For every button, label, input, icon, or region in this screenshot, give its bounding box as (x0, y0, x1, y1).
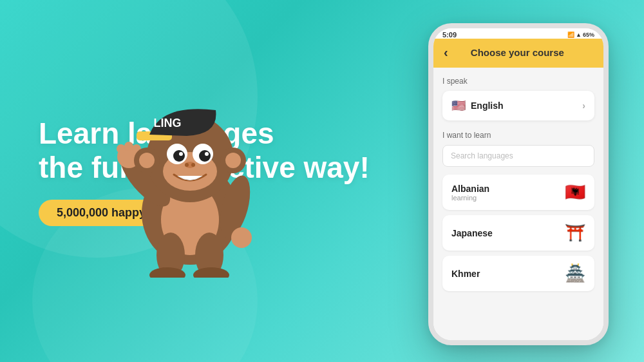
svg-point-20 (199, 150, 211, 162)
list-item[interactable]: Khmer 🏯 (442, 256, 594, 291)
svg-point-19 (173, 150, 185, 162)
app-screen-title: Choose your course (455, 47, 580, 58)
lang-left: 🇺🇸 English (451, 99, 504, 113)
app-content: I speak 🇺🇸 English › I want to learn Sea… (433, 68, 603, 340)
selected-flag: 🇺🇸 (451, 99, 466, 113)
right-section: 5:09 📶 ▲ 65% ‹ Choose your course I spea… (412, 17, 644, 345)
svg-point-27 (139, 153, 155, 168)
svg-text:LING: LING (154, 117, 182, 129)
wifi-icon: ▲ (576, 32, 582, 38)
app-header: ‹ Choose your course (433, 39, 603, 68)
svg-point-29 (225, 153, 241, 168)
lang-item-flag: 🏯 (565, 263, 585, 283)
svg-point-22 (205, 152, 209, 156)
chevron-right-icon: › (582, 100, 585, 111)
battery-label: 65% (583, 32, 594, 38)
phone-mockup: 5:09 📶 ▲ 65% ‹ Choose your course I spea… (428, 23, 609, 345)
mascot-svg: LING (103, 65, 277, 278)
i-speak-label: I speak (442, 77, 594, 86)
lang-item-info: Albanian learning (451, 184, 489, 202)
lang-item-sub: learning (451, 194, 489, 202)
svg-point-25 (191, 163, 195, 167)
back-button[interactable]: ‹ (444, 45, 448, 60)
svg-point-21 (179, 152, 183, 156)
lang-item-info: Khmer (451, 269, 480, 279)
lang-item-name: Japanese (451, 228, 493, 238)
left-section: Learn languages the fun & effective way!… (0, 91, 412, 272)
svg-point-5 (124, 142, 133, 151)
status-bar: 5:09 📶 ▲ 65% (433, 28, 603, 39)
lang-item-name: Khmer (451, 269, 480, 279)
status-icons: 📶 ▲ 65% (567, 32, 594, 38)
search-languages-input[interactable]: Search languages (442, 145, 594, 167)
mascot-container: LING (103, 65, 277, 278)
lang-item-flag: 🇦🇱 (565, 182, 585, 202)
selected-lang-name: English (471, 100, 504, 111)
svg-point-24 (185, 163, 189, 167)
language-selector[interactable]: 🇺🇸 English › (442, 91, 594, 120)
want-learn-label: I want to learn (442, 131, 594, 140)
list-item[interactable]: Japanese ⛩️ (442, 215, 594, 251)
sim-icon: 📶 (567, 32, 574, 38)
status-time: 5:09 (442, 31, 457, 39)
lang-item-info: Japanese (451, 228, 493, 238)
svg-point-4 (117, 144, 126, 153)
search-placeholder: Search languages (451, 151, 513, 160)
list-item[interactable]: Albanian learning 🇦🇱 (442, 175, 594, 210)
lang-item-name: Albanian (451, 184, 489, 194)
language-list: Albanian learning 🇦🇱 Japanese ⛩️ Khmer (442, 175, 594, 291)
svg-point-9 (231, 227, 252, 248)
lang-item-flag: ⛩️ (565, 223, 585, 243)
